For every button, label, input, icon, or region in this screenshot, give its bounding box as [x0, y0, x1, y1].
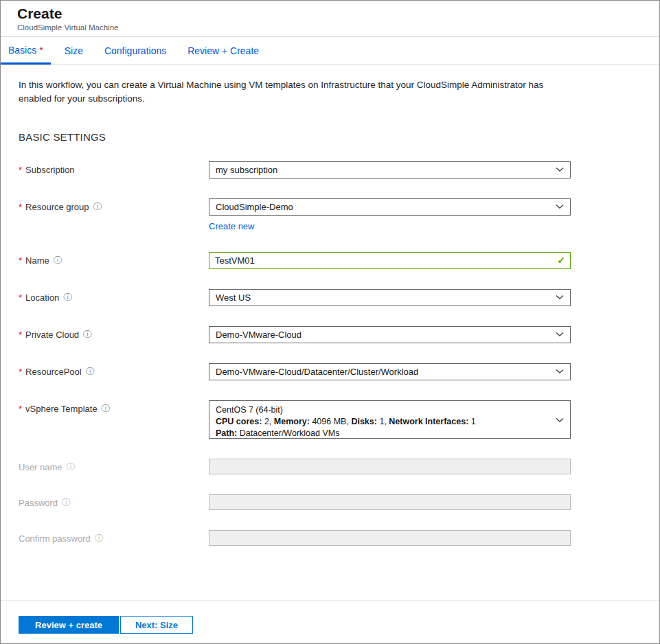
location-dropdown[interactable]: West US [209, 289, 571, 306]
chevron-down-icon [556, 332, 564, 337]
tab-label: Review + Create [187, 45, 259, 56]
location-label: * Location ⓘ [19, 289, 209, 303]
user-name-label: User name ⓘ [19, 459, 209, 472]
info-icon[interactable]: ⓘ [83, 330, 92, 339]
dropdown-value: my subscription [216, 165, 277, 175]
name-input-wrap: ✓ [209, 252, 571, 269]
field-row-subscription: * Subscription my subscription [19, 161, 641, 179]
dropdown-value: Demo-VMware-Cloud [216, 330, 301, 340]
form-content: In this workflow, you can create a Virtu… [1, 65, 659, 600]
label-text: ResourcePool [25, 367, 82, 377]
required-asterisk: * [19, 165, 22, 175]
info-icon[interactable]: ⓘ [67, 463, 76, 472]
required-asterisk: * [19, 367, 22, 377]
label-text: User name [19, 462, 62, 472]
template-path: Path: Datacenter/Workload VMs [216, 428, 476, 439]
tab-label: Basics [8, 45, 36, 56]
password-input [209, 494, 571, 510]
info-icon[interactable]: ⓘ [54, 256, 62, 265]
tab-label: Size [65, 45, 83, 56]
chevron-down-icon [556, 369, 564, 374]
template-name: CentOS 7 (64-bit) [216, 404, 476, 416]
field-row-user-name: User name ⓘ [19, 459, 641, 474]
field-row-resource-group: * Resource group ⓘ CloudSimple-Demo Crea… [19, 198, 641, 232]
info-icon[interactable]: ⓘ [63, 293, 72, 302]
required-asterisk: * [19, 202, 22, 212]
dropdown-value: West US [216, 292, 251, 303]
tab-size[interactable]: Size [57, 37, 91, 65]
user-name-input [209, 459, 571, 474]
next-size-button[interactable]: Next: Size [120, 616, 193, 634]
field-row-vsphere-template: * vSphere Template ⓘ CentOS 7 (64-bit) C… [19, 400, 641, 439]
field-row-confirm-password: Confirm password ⓘ [19, 530, 641, 546]
field-row-password: Password ⓘ [19, 494, 641, 510]
review-create-button[interactable]: Review + create [19, 616, 119, 634]
required-asterisk: * [39, 45, 43, 56]
basic-settings-form: * Subscription my subscription * Reso [19, 161, 641, 546]
label-text: Resource group [25, 202, 89, 212]
password-label: Password ⓘ [19, 494, 209, 508]
info-icon[interactable]: ⓘ [102, 404, 111, 413]
tab-review-create[interactable]: Review + Create [180, 37, 266, 65]
label-text: Subscription [25, 165, 75, 175]
page-subtitle: CloudSimple Virtual Machine [17, 23, 643, 32]
vsphere-template-label: * vSphere Template ⓘ [19, 400, 209, 414]
field-row-private-cloud: * Private Cloud ⓘ Demo-VMware-Cloud [19, 326, 641, 343]
tab-bar: Basics * Size Configurations Review + Cr… [1, 37, 659, 65]
footer-bar: Review + create Next: Size [1, 600, 659, 643]
resource-pool-label: * ResourcePool ⓘ [19, 363, 209, 377]
tab-configurations[interactable]: Configurations [97, 37, 174, 65]
chevron-down-icon [556, 168, 564, 172]
section-title: BASIC SETTINGS [19, 131, 641, 143]
page-title: Create [17, 5, 643, 22]
dropdown-value: CloudSimple-Demo [216, 202, 293, 212]
resource-group-label: * Resource group ⓘ [19, 198, 209, 212]
required-asterisk: * [19, 292, 22, 303]
chevron-down-icon [556, 417, 564, 422]
label-text: vSphere Template [25, 404, 98, 414]
intro-text: In this workflow, you can create a Virtu… [19, 78, 568, 106]
required-asterisk: * [19, 255, 22, 266]
tab-label: Configurations [104, 45, 166, 56]
blade-header: Create CloudSimple Virtual Machine [1, 1, 659, 37]
field-row-location: * Location ⓘ West US [19, 289, 641, 306]
label-text: Confirm password [19, 533, 91, 544]
confirm-password-label: Confirm password ⓘ [19, 530, 209, 544]
resource-group-dropdown[interactable]: CloudSimple-Demo [209, 198, 571, 216]
label-text: Name [25, 255, 49, 266]
required-asterisk: * [19, 404, 22, 414]
create-new-link[interactable]: Create new [209, 221, 254, 231]
subscription-dropdown[interactable]: my subscription [209, 161, 571, 179]
field-row-name: * Name ⓘ ✓ [19, 252, 641, 269]
chevron-down-icon [556, 205, 564, 209]
field-row-resource-pool: * ResourcePool ⓘ Demo-VMware-Cloud/Datac… [19, 363, 641, 380]
name-input[interactable] [209, 252, 571, 269]
valid-check-icon: ✓ [557, 255, 565, 266]
vsphere-template-dropdown[interactable]: CentOS 7 (64-bit) CPU cores: 2, Memory: … [209, 400, 571, 439]
label-text: Private Cloud [25, 330, 79, 340]
label-text: Password [19, 498, 58, 508]
required-asterisk: * [19, 330, 22, 340]
info-icon[interactable]: ⓘ [93, 203, 102, 211]
subscription-label: * Subscription [19, 161, 209, 175]
info-icon[interactable]: ⓘ [95, 534, 104, 543]
create-vm-blade: Create CloudSimple Virtual Machine Basic… [0, 0, 660, 644]
info-icon[interactable]: ⓘ [86, 367, 95, 376]
label-text: Location [25, 292, 59, 303]
private-cloud-label: * Private Cloud ⓘ [19, 326, 209, 340]
name-label: * Name ⓘ [19, 252, 209, 266]
confirm-password-input [209, 530, 571, 546]
template-specs: CPU cores: 2, Memory: 4096 MB, Disks: 1,… [216, 416, 476, 428]
template-summary: CentOS 7 (64-bit) CPU cores: 2, Memory: … [216, 404, 476, 439]
chevron-down-icon [556, 295, 564, 300]
private-cloud-dropdown[interactable]: Demo-VMware-Cloud [209, 326, 571, 343]
dropdown-value: Demo-VMware-Cloud/Datacenter/Cluster/Wor… [216, 367, 418, 377]
info-icon[interactable]: ⓘ [62, 498, 71, 507]
tab-basics[interactable]: Basics * [1, 37, 51, 65]
resource-pool-dropdown[interactable]: Demo-VMware-Cloud/Datacenter/Cluster/Wor… [209, 363, 571, 380]
